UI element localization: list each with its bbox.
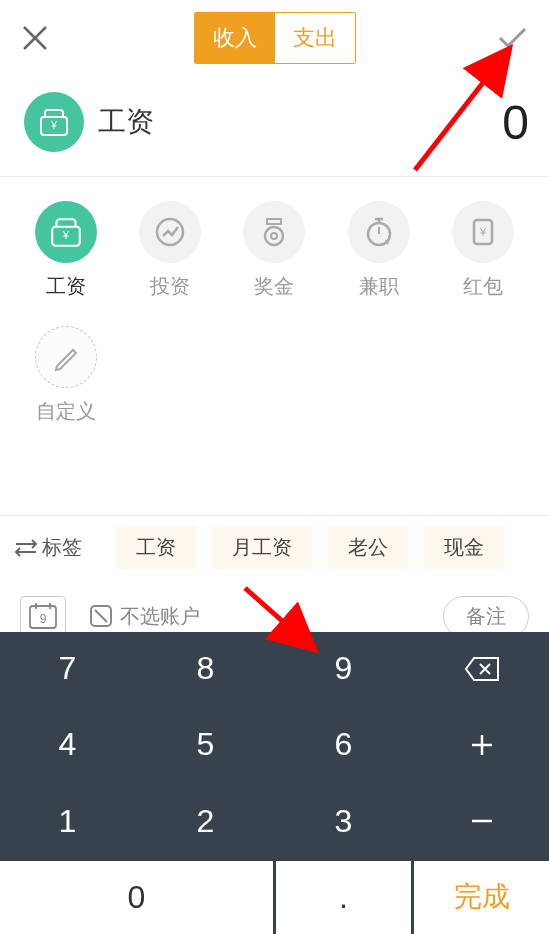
- key-plus[interactable]: [414, 708, 549, 781]
- tags-list: 工资 月工资 老公 现金: [116, 526, 545, 569]
- close-button[interactable]: [20, 23, 50, 53]
- category-label: 红包: [463, 273, 503, 300]
- svg-point-9: [271, 233, 277, 239]
- category-icon-bg: [35, 326, 97, 388]
- tag-chip[interactable]: 工资: [116, 526, 196, 569]
- key-4[interactable]: 4: [0, 708, 135, 781]
- category-hongbao[interactable]: ¥ 红包: [431, 201, 535, 300]
- tab-expense[interactable]: 支出: [275, 13, 355, 63]
- tag-chip[interactable]: 现金: [424, 526, 504, 569]
- close-icon: [20, 23, 50, 53]
- category-invest[interactable]: 投资: [118, 201, 222, 300]
- wallet-icon: ¥: [37, 105, 71, 139]
- category-icon-bg: ¥: [348, 201, 410, 263]
- amount-display[interactable]: 0: [502, 95, 529, 150]
- selected-category-label: 工资: [98, 103, 154, 141]
- selected-category-icon: ¥: [24, 92, 84, 152]
- category-label: 工资: [46, 273, 86, 300]
- key-done[interactable]: 完成: [414, 861, 549, 934]
- minus-icon: [469, 808, 495, 834]
- svg-line-24: [95, 610, 107, 622]
- category-parttime[interactable]: ¥ 兼职: [327, 201, 431, 300]
- svg-point-8: [265, 227, 283, 245]
- spacer: [0, 455, 549, 515]
- key-6[interactable]: 6: [276, 708, 411, 781]
- numeric-keypad: 7 8 9 4 5 6 1 2 3 0 . 完成: [0, 632, 549, 934]
- account-selector[interactable]: 不选账户: [88, 603, 200, 630]
- svg-text:9: 9: [40, 612, 47, 626]
- tab-income[interactable]: 收入: [195, 13, 275, 63]
- calendar-icon: 9: [27, 601, 59, 631]
- svg-rect-7: [267, 219, 281, 224]
- backspace-icon: [464, 656, 500, 682]
- check-icon: [495, 21, 529, 55]
- pencil-icon: [51, 342, 81, 372]
- category-label: 自定义: [36, 398, 96, 425]
- tags-button[interactable]: 标签: [14, 534, 104, 561]
- category-label: 投资: [150, 273, 190, 300]
- date-picker[interactable]: 9: [20, 596, 66, 636]
- key-1[interactable]: 1: [0, 785, 135, 858]
- category-icon-bg: [243, 201, 305, 263]
- medal-icon: [256, 214, 292, 250]
- stopwatch-icon: ¥: [361, 214, 397, 250]
- tags-bar: 标签 工资 月工资 老公 现金: [0, 515, 549, 579]
- selected-category-display: ¥ 工资: [24, 92, 154, 152]
- category-custom[interactable]: 自定义: [14, 326, 118, 425]
- key-2[interactable]: 2: [138, 785, 273, 858]
- wallet-icon: ¥: [48, 214, 84, 250]
- category-salary[interactable]: ¥ 工资: [14, 201, 118, 300]
- category-bonus[interactable]: 奖金: [222, 201, 326, 300]
- key-5[interactable]: 5: [138, 708, 273, 781]
- svg-text:¥: ¥: [62, 229, 69, 241]
- tag-chip[interactable]: 老公: [328, 526, 408, 569]
- category-label: 兼职: [359, 273, 399, 300]
- header-bar: 收入 支出: [0, 0, 549, 76]
- memo-button[interactable]: 备注: [443, 596, 529, 637]
- key-3[interactable]: 3: [276, 785, 411, 858]
- category-icon-bg: ¥: [452, 201, 514, 263]
- plus-icon: [469, 732, 495, 758]
- tag-chip[interactable]: 月工资: [212, 526, 312, 569]
- income-expense-toggle: 收入 支出: [194, 12, 356, 64]
- no-account-icon: [88, 603, 114, 629]
- confirm-button[interactable]: [495, 21, 529, 55]
- key-backspace[interactable]: [414, 632, 549, 705]
- key-8[interactable]: 8: [138, 632, 273, 705]
- category-icon-bg: ¥: [35, 201, 97, 263]
- key-dot[interactable]: .: [276, 861, 411, 934]
- key-minus[interactable]: [414, 785, 549, 858]
- key-7[interactable]: 7: [0, 632, 135, 705]
- svg-text:¥: ¥: [479, 226, 487, 238]
- amount-row: ¥ 工资 0: [0, 76, 549, 177]
- swap-arrows-icon: [14, 538, 38, 558]
- svg-text:¥: ¥: [384, 238, 390, 247]
- category-icon-bg: [139, 201, 201, 263]
- key-9[interactable]: 9: [276, 632, 411, 705]
- category-grid: ¥ 工资 投资 奖金: [0, 177, 549, 455]
- red-envelope-icon: ¥: [465, 214, 501, 250]
- key-0[interactable]: 0: [0, 861, 273, 934]
- tags-lead-label: 标签: [42, 534, 82, 561]
- svg-text:¥: ¥: [50, 120, 57, 131]
- chart-up-icon: [152, 214, 188, 250]
- category-label: 奖金: [254, 273, 294, 300]
- account-label: 不选账户: [120, 603, 200, 630]
